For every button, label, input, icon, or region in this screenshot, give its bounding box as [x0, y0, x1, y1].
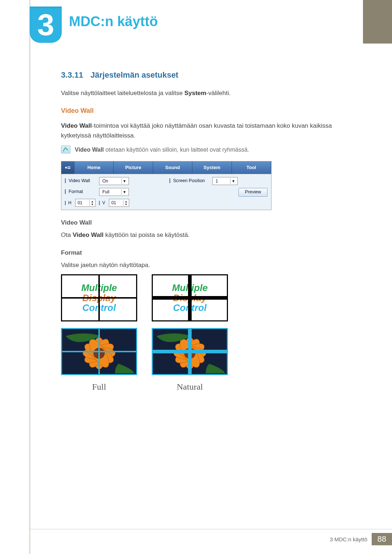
- format-full-column: Multiple Display Control: [61, 274, 137, 394]
- mdc-panel: Home Picture Sound System Tool Video Wal…: [61, 161, 271, 210]
- sub1-prefix: Ota: [61, 231, 73, 238]
- page-margin-bar: [29, 0, 30, 554]
- mdc-tab-menu-icon[interactable]: [61, 161, 74, 174]
- sub1-bold: Video Wall: [73, 231, 103, 238]
- select-format-value: Full: [102, 189, 109, 196]
- subheading-format-body: Valitse jaetun näytön näyttötapa.: [61, 260, 344, 270]
- caption-natural: Natural: [152, 380, 228, 394]
- sub1-suffix: käyttöön tai poista se käytöstä.: [103, 231, 189, 238]
- page-number-badge: 88: [372, 533, 392, 545]
- subheading-video-wall-body: Ota Video Wall käyttöön tai poista se kä…: [61, 230, 344, 240]
- label-h: H: [65, 200, 72, 206]
- note-text: Video Wall otetaan käyttöön vain silloin…: [75, 145, 249, 155]
- spinner-h[interactable]: 01 ▴▾: [75, 199, 95, 207]
- intro-suffix: -välilehti.: [206, 90, 230, 97]
- label-format: Format: [65, 188, 96, 195]
- mdc-tab-system[interactable]: System: [192, 161, 232, 174]
- label-screen-position: Screen Position: [170, 177, 209, 184]
- spinner-v-value: 01: [111, 200, 116, 206]
- select-video-wall-value: On: [102, 178, 108, 185]
- intro-bold: System: [184, 90, 206, 97]
- svg-rect-2: [68, 168, 70, 169]
- select-video-wall[interactable]: On ▾: [99, 177, 129, 185]
- note-rest: otetaan käyttöön vain silloin, kun laitt…: [104, 147, 249, 153]
- chevron-down-icon: ▾: [121, 178, 127, 184]
- page-content: 3.3.11 Järjestelmän asetukset Valitse nä…: [61, 69, 344, 394]
- video-wall-desc: Video Wall-toimintoa voi käyttää joko nä…: [61, 121, 344, 140]
- footer-text: 3 MDC:n käyttö: [330, 536, 367, 542]
- mdc-tab-tool[interactable]: Tool: [232, 161, 271, 174]
- spinner-arrows-icon: ▴▾: [89, 200, 95, 206]
- label-v: V: [99, 200, 105, 206]
- format-natural-column: Multiple Display Control: [152, 274, 228, 394]
- note-icon: [61, 145, 70, 153]
- section-number: 3.3.11: [61, 70, 83, 79]
- format-natural-image-tile: [152, 328, 228, 375]
- select-format[interactable]: Full ▾: [99, 188, 129, 196]
- subheading-format: Format: [61, 248, 344, 258]
- label-video-wall: Video Wall: [65, 177, 96, 184]
- preview-button[interactable]: Preview: [238, 188, 268, 197]
- section-intro: Valitse näyttölaitteet laiteluettelosta …: [61, 89, 344, 98]
- page-footer: 3 MDC:n käyttö 88: [29, 529, 392, 545]
- mdc-tab-picture[interactable]: Picture: [114, 161, 153, 174]
- vw-desc-bold: Video Wall: [61, 122, 92, 129]
- chevron-down-icon: ▾: [230, 178, 236, 184]
- svg-rect-1: [68, 167, 70, 167]
- top-right-strip: [363, 0, 392, 44]
- format-examples: Multiple Display Control: [61, 274, 344, 394]
- subheading-video-wall: Video Wall: [61, 218, 344, 227]
- section-title: Järjestelmän asetukset: [90, 70, 178, 79]
- mdc-tab-sound[interactable]: Sound: [153, 161, 192, 174]
- chevron-down-icon: ▾: [121, 189, 127, 195]
- note-block: Video Wall otetaan käyttöön vain silloin…: [61, 145, 344, 155]
- select-screen-position[interactable]: 1 ▾: [212, 177, 238, 185]
- note-bold: Video Wall: [75, 147, 104, 153]
- vw-desc-rest: -toimintoa voi käyttää joko näyttämään o…: [61, 122, 332, 139]
- video-wall-heading: Video Wall: [61, 106, 344, 116]
- format-natural-text-tile: Multiple Display Control: [152, 274, 228, 321]
- chapter-title: MDC:n käyttö: [69, 14, 158, 29]
- caption-full: Full: [61, 380, 137, 394]
- mdc-tab-bar: Home Picture Sound System Tool: [61, 161, 271, 174]
- mdc-tab-home[interactable]: Home: [74, 161, 114, 174]
- spinner-h-value: 01: [78, 200, 82, 206]
- svg-point-0: [65, 167, 67, 169]
- section-heading: 3.3.11 Järjestelmän asetukset: [61, 69, 344, 81]
- intro-prefix: Valitse näyttölaitteet laiteluettelosta …: [61, 90, 184, 97]
- format-full-image-tile: [61, 328, 137, 375]
- format-full-text-tile: Multiple Display Control: [61, 274, 137, 321]
- select-screen-position-value: 1: [216, 178, 218, 185]
- spinner-arrows-icon: ▴▾: [123, 200, 129, 206]
- chapter-number-badge: 3: [30, 7, 62, 43]
- spinner-v[interactable]: 01 ▴▾: [109, 199, 129, 207]
